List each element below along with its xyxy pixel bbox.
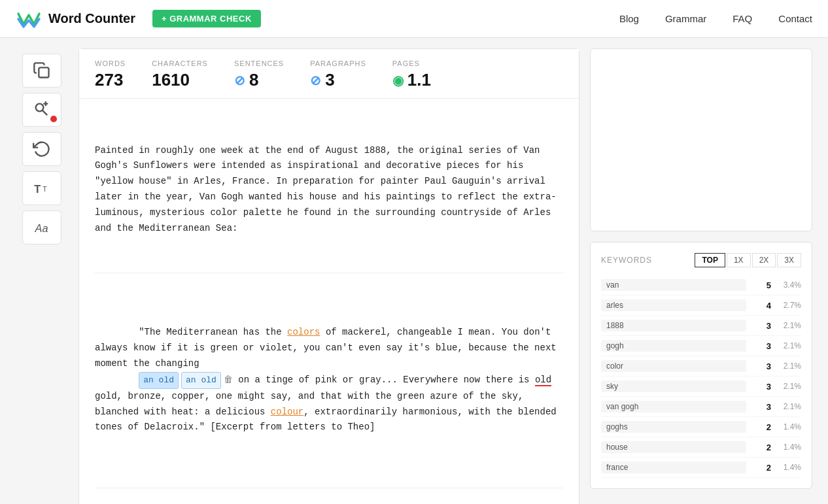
paragraphs-label: PARAGRAPHS: [310, 59, 366, 67]
keyword-pct: 2.7%: [775, 301, 801, 310]
svg-text:T: T: [43, 185, 47, 193]
keyword-word: france: [601, 462, 746, 473]
right-panel: KEYWORDS TOP 1X 2X 3X van 5 3.4% arles 4…: [590, 48, 812, 504]
sidebar-text-size-btn[interactable]: T T: [22, 171, 61, 205]
keyword-pct: 2.1%: [775, 382, 801, 391]
keyword-row: 1888 3 2.1%: [601, 316, 801, 336]
pages-value: ◉ 1.1: [392, 70, 431, 90]
keywords-tabs: TOP 1X 2X 3X: [695, 253, 801, 267]
svg-point-1: [36, 104, 44, 112]
paragraphs-icon: ⊘: [310, 73, 321, 88]
paragraphs-value: ⊘ 3: [310, 70, 366, 90]
chars-label: CHARACTERS: [152, 59, 208, 67]
keyword-count: 2: [751, 422, 771, 432]
keywords-card: KEYWORDS TOP 1X 2X 3X van 5 3.4% arles 4…: [590, 242, 812, 489]
font-icon: Aa: [33, 218, 51, 237]
sidebar-copy-btn[interactable]: [22, 54, 61, 88]
words-stat: WORDS 273: [95, 59, 126, 90]
keyword-row: van 5 3.4%: [601, 275, 801, 295]
keyword-pct: 1.4%: [775, 443, 801, 452]
copy-icon: [33, 61, 51, 80]
keyword-count: 3: [751, 361, 771, 371]
sentences-label: SENTENCES: [234, 59, 284, 67]
keyword-row: france 2 1.4%: [601, 458, 801, 478]
keywords-title: KEYWORDS: [601, 256, 652, 265]
keyword-word: color: [601, 360, 746, 372]
keyword-pct: 2.1%: [775, 361, 801, 371]
pages-icon: ◉: [392, 73, 404, 88]
sentences-stat: SENTENCES ⊘ 8: [234, 59, 284, 90]
divider-1: [95, 273, 563, 273]
keyword-count: 3: [751, 341, 771, 351]
tab-3x[interactable]: 3X: [777, 253, 801, 267]
paragraphs-stat: PARAGRAPHS ⊘ 3: [310, 59, 366, 90]
sentences-value: ⊘ 8: [234, 70, 284, 90]
suggestion-delete-icon[interactable]: 🗑: [224, 373, 233, 388]
keyword-row: sky 3 2.1%: [601, 377, 801, 397]
keyword-count: 3: [751, 382, 771, 392]
words-label: WORDS: [95, 59, 126, 67]
chars-stat: CHARACTERS 1610: [152, 59, 208, 90]
nav-blog[interactable]: Blog: [619, 13, 639, 24]
keyword-word: house: [601, 441, 746, 453]
sidebar-font-btn[interactable]: Aa: [22, 210, 61, 244]
keyword-pct: 2.1%: [775, 402, 801, 411]
keyword-count: 3: [751, 321, 771, 331]
main-container: T T Aa WORDS 273 CHARACTERS 1610 SENTENC…: [0, 38, 828, 504]
badge-dot: [50, 116, 57, 122]
find-replace-icon: [33, 101, 51, 119]
svg-text:T: T: [34, 183, 41, 195]
header: Word Counter + GRAMMAR CHECK Blog Gramma…: [0, 0, 828, 38]
keyword-pct: 2.1%: [775, 321, 801, 330]
grammar-check-button[interactable]: + GRAMMAR CHECK: [152, 10, 261, 27]
refresh-icon: [33, 140, 51, 158]
colour-highlight[interactable]: colour: [271, 407, 303, 417]
sidebar: T T Aa: [16, 48, 68, 504]
main-nav: Blog Grammar FAQ Contact: [619, 13, 812, 24]
colors-highlight[interactable]: colors: [287, 327, 320, 337]
pages-stat: PAGES ◉ 1.1: [392, 59, 431, 90]
stats-bar: WORDS 273 CHARACTERS 1610 SENTENCES ⊘ 8 …: [79, 49, 579, 99]
keyword-count: 4: [751, 301, 771, 311]
keyword-count: 3: [751, 402, 771, 412]
keyword-row: arles 4 2.7%: [601, 295, 801, 316]
svg-rect-0: [39, 67, 48, 77]
keyword-word: 1888: [601, 320, 746, 331]
keywords-list: van 5 3.4% arles 4 2.7% 1888 3 2.1% gogh…: [601, 275, 801, 478]
text-content[interactable]: Painted in roughly one week at the end o…: [79, 99, 579, 504]
paragraph-1: Painted in roughly one week at the end o…: [95, 143, 563, 237]
pages-label: PAGES: [392, 59, 431, 67]
words-value: 273: [95, 70, 126, 90]
keyword-row: van gogh 3 2.1%: [601, 397, 801, 417]
divider-2: [95, 488, 563, 488]
chars-value: 1610: [152, 70, 208, 90]
keyword-row: house 2 1.4%: [601, 437, 801, 458]
keyword-count: 2: [751, 463, 771, 473]
keyword-word: gogh: [601, 340, 746, 352]
sidebar-find-replace-btn[interactable]: [22, 93, 61, 127]
keyword-row: gogh 3 2.1%: [601, 336, 801, 356]
keyword-pct: 3.4%: [775, 280, 801, 290]
keyword-word: arles: [601, 299, 746, 311]
keyword-pct: 2.1%: [775, 341, 801, 350]
content-card: WORDS 273 CHARACTERS 1610 SENTENCES ⊘ 8 …: [78, 48, 579, 504]
tab-1x[interactable]: 1X: [727, 253, 751, 267]
suggestion-chip-2[interactable]: an old: [181, 372, 221, 389]
suggestion-chip-1[interactable]: an old: [139, 372, 179, 389]
text-size-icon: T T: [33, 179, 51, 197]
sidebar-refresh-btn[interactable]: [22, 132, 61, 166]
keyword-count: 5: [751, 280, 771, 290]
nav-grammar[interactable]: Grammar: [665, 13, 706, 24]
nav-faq[interactable]: FAQ: [733, 13, 752, 24]
nav-contact[interactable]: Contact: [778, 13, 812, 24]
tab-top[interactable]: TOP: [695, 253, 725, 267]
suggestion-box: an old an old 🗑: [139, 372, 233, 389]
keyword-word: van gogh: [601, 401, 746, 412]
logo-icon: [16, 8, 42, 29]
ad-placeholder: [590, 48, 812, 231]
paragraph-2: "The Mediterranean has the colors of mac…: [95, 310, 563, 451]
old-highlight[interactable]: old: [535, 375, 551, 386]
site-title: Word Counter: [48, 11, 135, 26]
keywords-header: KEYWORDS TOP 1X 2X 3X: [601, 253, 801, 267]
tab-2x[interactable]: 2X: [752, 253, 776, 267]
